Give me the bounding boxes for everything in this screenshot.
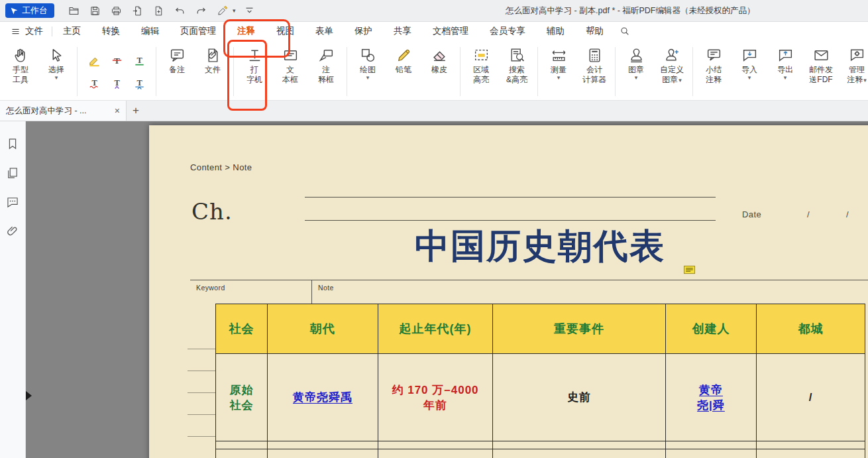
hand-tool[interactable]: 手型工具	[3, 42, 38, 101]
typewriter-tool[interactable]: 打字机	[237, 42, 272, 101]
squiggly-text-tool[interactable]: T	[84, 73, 104, 93]
undo-icon[interactable]	[171, 3, 189, 19]
replace-text-tool[interactable]: T	[129, 73, 149, 93]
dropdown-arrow-icon	[635, 75, 638, 82]
create-document-icon[interactable]	[150, 3, 168, 19]
table-cell	[666, 449, 757, 458]
tab-close-icon[interactable]: ×	[115, 105, 120, 116]
document-area: Content > Note Ch. Date / / 中国历史朝代表 Keyw…	[26, 121, 868, 458]
svg-text:T: T	[136, 78, 142, 87]
area-highlight-tool[interactable]: 区域高亮	[463, 42, 499, 101]
menu-tab-convert[interactable]: 转换	[91, 22, 131, 40]
margin-rule	[188, 392, 215, 393]
menu-tab-edit[interactable]: 编辑	[131, 22, 170, 40]
pdf-page: Content > Note Ch. Date / / 中国历史朝代表 Keyw…	[149, 125, 868, 458]
pages-panel-icon[interactable]	[6, 166, 19, 180]
menu-tab-assist[interactable]: 辅助	[536, 22, 575, 40]
search-icon[interactable]	[620, 26, 630, 36]
menu-tab-home[interactable]: 主页	[52, 22, 91, 40]
table-cell	[268, 449, 378, 458]
workspace-button[interactable]: 工作台	[5, 3, 54, 18]
export-icon	[777, 45, 794, 65]
select-tool[interactable]: 选择	[38, 42, 74, 101]
strikeout-text-tool[interactable]: T	[107, 50, 127, 71]
tool-label: 选择	[48, 65, 64, 75]
ribbon-separator	[460, 47, 461, 96]
eraser-tool[interactable]: 橡皮	[421, 42, 457, 101]
drawing-tool[interactable]: 绘图	[350, 42, 386, 101]
table-link[interactable]: 尧|舜	[697, 398, 725, 413]
menu-tab-protect[interactable]: 保护	[344, 22, 383, 40]
comments-panel-icon[interactable]	[6, 196, 19, 209]
import-comments-tool[interactable]: 导入	[732, 42, 767, 101]
insert-text-tool[interactable]: T	[107, 73, 127, 93]
ribbon-separator	[692, 47, 693, 96]
menu-tab-comment[interactable]: 注释	[227, 22, 266, 40]
dropdown-arrow-icon	[678, 77, 682, 84]
table-cell	[493, 441, 666, 449]
underline-text-tool[interactable]: T	[129, 50, 149, 71]
pen-dropdown-icon[interactable]	[233, 7, 236, 14]
table-cell	[666, 441, 757, 449]
highlight-text-tool[interactable]	[84, 50, 104, 71]
tool-label: 导入	[741, 65, 757, 75]
save-icon[interactable]	[86, 3, 104, 19]
textbox-tool[interactable]: 文本框	[272, 42, 308, 101]
accounting-calculator-tool[interactable]: 会计计算器	[576, 42, 612, 101]
open-file-icon[interactable]	[65, 3, 83, 19]
table-header-cell: 社会	[216, 304, 268, 354]
summarize-comments-tool[interactable]: 小结注释	[696, 42, 732, 101]
customstamp-icon	[664, 45, 680, 65]
callout-tool[interactable]: 注释框	[308, 42, 344, 101]
search-highlight-tool[interactable]: 搜索&高亮	[499, 42, 535, 101]
tool-label: 会计	[586, 65, 602, 75]
ruled-line	[305, 220, 716, 221]
margin-rule	[188, 414, 215, 415]
file-menu-label: 文件	[25, 25, 43, 37]
table-cell: 黄帝尧|舜	[666, 354, 757, 441]
document-tabbar: 怎么面对高中学习 - ... × +	[0, 101, 868, 121]
table-link[interactable]: 黄帝尧舜禹	[293, 390, 353, 405]
measure-tool[interactable]: 测量	[541, 42, 576, 101]
print-icon[interactable]	[107, 3, 125, 19]
date-separator: /	[807, 209, 810, 219]
searchhl-icon	[509, 45, 525, 65]
custom-stamp-tool[interactable]: 自定义图章	[654, 42, 690, 101]
export-comments-tool[interactable]: 导出	[767, 42, 803, 101]
document-tab[interactable]: 怎么面对高中学习 - ... ×	[0, 101, 127, 121]
panel-expand-handle[interactable]	[26, 391, 32, 400]
stamp-tool[interactable]: 图章	[618, 42, 654, 101]
manage-comments-tool[interactable]: 管理注释	[839, 42, 868, 101]
email-fdf-tool[interactable]: 邮件发送FDF	[803, 42, 839, 101]
menu-file[interactable]: 文件	[0, 22, 52, 40]
eraser-icon	[431, 45, 448, 65]
toolbar-collapse-icon[interactable]	[241, 3, 258, 19]
redo-icon[interactable]	[192, 3, 210, 19]
tool-label: 释框	[318, 75, 334, 85]
menu-tab-share[interactable]: 共享	[383, 22, 422, 40]
menu-tab-organize[interactable]: 页面管理	[170, 22, 227, 40]
new-tab-button[interactable]: +	[127, 101, 145, 121]
note-tool[interactable]: 备注	[159, 42, 195, 101]
export-document-icon[interactable]	[129, 3, 146, 19]
tool-label: 本框	[282, 75, 298, 85]
menu-tab-member[interactable]: 会员专享	[479, 22, 536, 40]
calc-icon	[586, 45, 603, 65]
tool-label: 小结	[706, 65, 722, 75]
pen-tool-icon[interactable]	[213, 3, 231, 19]
table-header-cell: 创建人	[666, 304, 757, 354]
note-annotation-icon[interactable]	[683, 265, 696, 274]
attachments-panel-icon[interactable]	[6, 225, 19, 238]
pencil-tool[interactable]: 铅笔	[386, 42, 421, 101]
table-row-empty	[216, 449, 865, 458]
menu-tab-view[interactable]: 视图	[266, 22, 305, 40]
menu-tab-help[interactable]: 帮助	[575, 22, 614, 40]
menu-tab-doc-management[interactable]: 文档管理	[422, 22, 479, 40]
file-attachment-tool[interactable]: 文件	[195, 42, 231, 101]
date-label: Date	[742, 209, 761, 219]
table-link[interactable]: 黄帝	[699, 382, 723, 398]
bookmarks-panel-icon[interactable]	[6, 137, 19, 150]
measure-icon	[551, 45, 567, 65]
menu-tab-form[interactable]: 表单	[305, 22, 344, 40]
tool-label: 字机	[246, 75, 262, 85]
